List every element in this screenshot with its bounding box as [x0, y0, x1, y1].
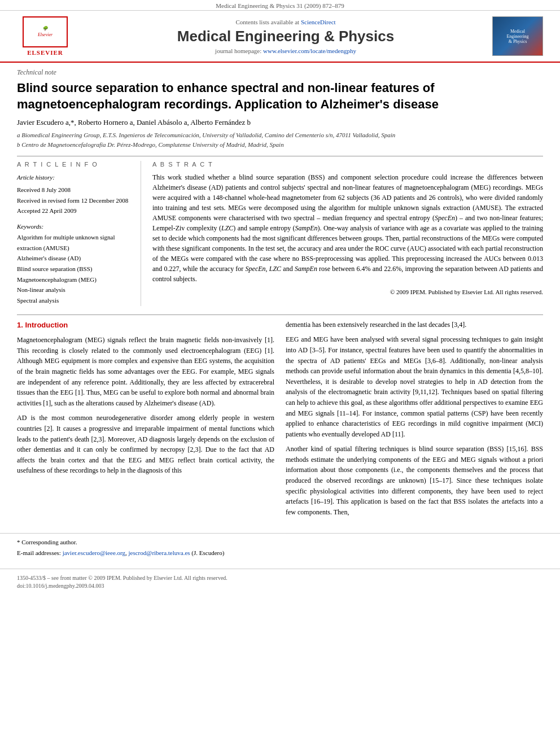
keyword-6: Spectral analysis: [17, 295, 132, 306]
elsevier-brand-text: ELSEVIER: [27, 49, 63, 56]
sciencedirect-link[interactable]: ScienceDirect: [301, 19, 336, 25]
footnote-email: E-mail addresses: javier.escudero@ieee.o…: [17, 549, 543, 557]
authors-text: Javier Escudero a,*, Roberto Hornero a, …: [17, 118, 251, 126]
footnote-section: * Corresponding author. E-mail addresses…: [0, 533, 560, 557]
keyword-2: Alzheimer's disease (AD): [17, 253, 132, 264]
abstract-title: A B S T R A C T: [152, 161, 543, 168]
footer-issn: 1350-4533/$ – see front matter © 2009 IP…: [17, 575, 543, 581]
journal-url[interactable]: www.elsevier.com/locate/medengphy: [263, 47, 356, 54]
journal-header: 🌳Elsevier ELSEVIER Contents lists availa…: [0, 11, 560, 63]
article-title: Blind source separation to enhance spect…: [17, 80, 543, 112]
keywords-title: Keywords:: [17, 223, 132, 230]
abstract-copyright: © 2009 IPEM. Published by Elsevier Ltd. …: [152, 289, 543, 295]
email-link-2[interactable]: jescrod@ribera.teluva.es: [128, 549, 190, 556]
keyword-1: Algorithm for multiple unknown signal ex…: [17, 232, 132, 253]
body-para-4: EEG and MEG have been analysed with seve…: [286, 334, 543, 439]
body-para-5: Another kind of spatial filtering techni…: [286, 444, 543, 517]
section-1-heading: 1. Introduction: [17, 320, 274, 331]
divider-1: [17, 156, 543, 156]
elsevier-logo: 🌳Elsevier ELSEVIER: [11, 16, 79, 56]
accepted-date: Accepted 22 April 2009: [17, 206, 132, 216]
article-info-abstract: A R T I C L E I N F O Article history: R…: [17, 161, 543, 306]
article-info-column: A R T I C L E I N F O Article history: R…: [17, 161, 141, 306]
body-content: 1. Introduction Magnetoencephalogram (ME…: [17, 320, 543, 522]
history-label: Article history:: [17, 172, 132, 183]
cover-text: MedicalEngineering& Physics: [504, 27, 531, 46]
revised-date: Received in revised form 12 December 200…: [17, 195, 132, 206]
contents-available: Contents lists available at ScienceDirec…: [79, 19, 492, 25]
article-info-title: A R T I C L E I N F O: [17, 161, 132, 168]
keyword-4: Magnetoencephalogram (MEG): [17, 274, 132, 285]
body-col-right: dementia has been extensively researched…: [286, 320, 543, 522]
keywords-section: Keywords: Algorithm for multiple unknown…: [17, 223, 132, 306]
body-para-3: dementia has been extensively researched…: [286, 320, 543, 330]
keywords-list: Algorithm for multiple unknown signal ex…: [17, 232, 132, 306]
body-para-2: AD is the most common neurodegenerative …: [17, 413, 274, 476]
article-history: Article history: Received 8 July 2008 Re…: [17, 172, 132, 216]
elsevier-logo-box: 🌳Elsevier: [23, 16, 68, 47]
divider-2: [17, 314, 543, 315]
journal-cover-area: MedicalEngineering& Physics: [492, 16, 549, 56]
journal-title-area: Contents lists available at ScienceDirec…: [79, 19, 492, 54]
footer-doi: doi:10.1016/j.medengphy.2009.04.003: [17, 583, 543, 589]
affiliations: a Biomedical Engineering Group, E.T.S. I…: [17, 130, 543, 149]
keyword-3: Blind source separation (BSS): [17, 264, 132, 274]
footnote-corresponding: * Corresponding author.: [17, 538, 543, 547]
elsevier-tree-icon: 🌳Elsevier: [38, 26, 53, 38]
page-footer: 1350-4533/$ – see front matter © 2009 IP…: [0, 569, 560, 596]
journal-title: Medical Engineering & Physics: [79, 28, 492, 45]
journal-top-bar: Medical Engineering & Physics 31 (2009) …: [0, 0, 560, 11]
journal-homepage: journal homepage: www.elsevier.com/locat…: [79, 47, 492, 54]
affiliation-a: a Biomedical Engineering Group, E.T.S. I…: [17, 130, 543, 140]
publisher-logo-area: 🌳Elsevier ELSEVIER: [11, 16, 79, 56]
article-authors: Javier Escudero a,*, Roberto Hornero a, …: [17, 118, 543, 127]
journal-citation: Medical Engineering & Physics 31 (2009) …: [216, 2, 344, 9]
article-content: Technical note Blind source separation t…: [0, 63, 560, 533]
body-col-left: 1. Introduction Magnetoencephalogram (ME…: [17, 320, 274, 522]
abstract-text: This work studied whether a blind source…: [152, 172, 543, 284]
received-date: Received 8 July 2008: [17, 185, 132, 195]
affiliation-b: b Centro de Magnetoencefalografía Dr. Pé…: [17, 140, 543, 150]
abstract-column: A B S T R A C T This work studied whethe…: [152, 161, 543, 306]
article-type: Technical note: [17, 68, 543, 77]
journal-cover-image: MedicalEngineering& Physics: [492, 16, 543, 56]
body-para-1: Magnetoencephalogram (MEG) signals refle…: [17, 335, 274, 408]
email-link-1[interactable]: javier.escudero@ieee.org: [63, 549, 125, 556]
keyword-5: Non-linear analysis: [17, 285, 132, 295]
